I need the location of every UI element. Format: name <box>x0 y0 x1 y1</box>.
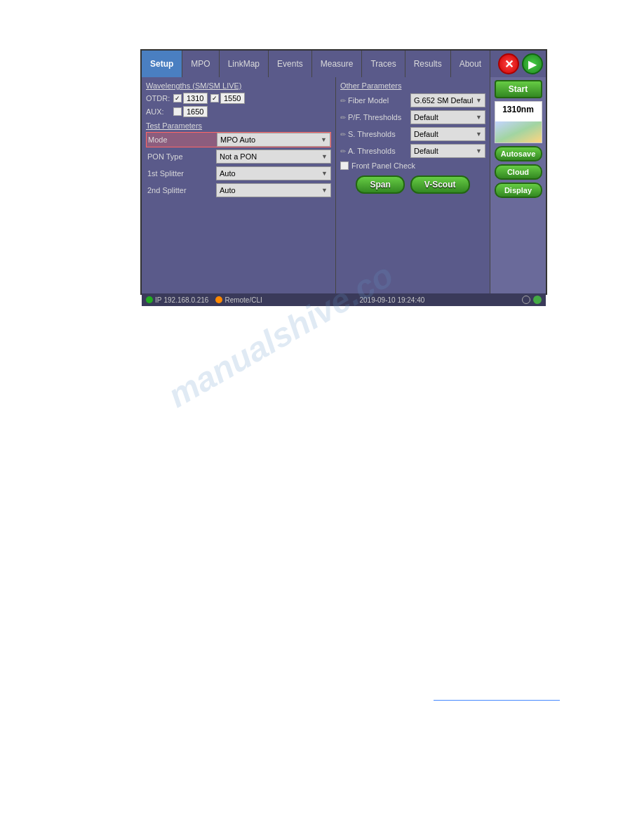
pf-thresholds-value[interactable]: Default ▼ <box>410 110 485 124</box>
ip-value: 192.168.0.216 <box>163 296 208 304</box>
wavelength-gradient <box>495 121 542 143</box>
wl1650-checkbox[interactable] <box>173 107 182 116</box>
far-right-panel: Start 1310nm Autosave Cloud Display <box>490 77 546 293</box>
wl1650-checkbox-item: 1650 <box>173 106 208 117</box>
test-params-title: Test Parameters <box>146 121 331 130</box>
globe-icon <box>522 296 530 304</box>
fiber-model-value[interactable]: G.652 SM Defaul ▼ <box>410 93 485 107</box>
wl1310-checkbox[interactable] <box>173 94 182 102</box>
splitter2-dropdown-icon: ▼ <box>321 187 328 194</box>
remote-status-icon <box>215 296 222 303</box>
a-thresholds-row: ✏ A. Thresholds Default ▼ <box>340 143 485 159</box>
status-bar: IP 192.168.0.216 Remote/CLI 2019-09-10 1… <box>142 293 546 306</box>
forward-button[interactable]: ▶ <box>522 53 543 74</box>
aux-label: AUX: <box>146 107 170 116</box>
nav-item-results[interactable]: Results <box>405 51 451 77</box>
display-button[interactable]: Display <box>495 183 542 198</box>
wl1550-value: 1550 <box>220 93 245 104</box>
aux-row: AUX: 1650 <box>146 106 331 117</box>
pf-thresholds-dropdown-icon: ▼ <box>476 114 482 121</box>
splitter2-label: 2nd Splitter <box>146 186 216 194</box>
timestamp: 2019-09-10 19:24:40 <box>359 296 424 304</box>
ip-status-icon <box>146 296 153 303</box>
wl1650-value: 1650 <box>183 106 208 117</box>
a-thresholds-pencil-icon: ✏ <box>340 147 346 155</box>
remote-label: Remote/CLI <box>224 296 262 304</box>
wl1310-value: 1310 <box>183 93 208 104</box>
mode-value[interactable]: MPO Auto ▼ <box>217 133 330 147</box>
splitter2-value[interactable]: Auto ▼ <box>216 183 331 197</box>
fiber-model-dropdown-icon: ▼ <box>476 97 482 104</box>
pon-type-row: PON Type Not a PON ▼ <box>146 149 331 164</box>
ip-label: IP <box>155 296 161 304</box>
autosave-button[interactable]: Autosave <box>495 146 542 161</box>
ip-status-item: IP 192.168.0.216 <box>146 296 208 304</box>
wavelength-display: 1310nm <box>495 101 542 143</box>
splitter1-row: 1st Splitter Auto ▼ <box>146 166 331 181</box>
fiber-model-pencil-icon: ✏ <box>340 97 346 105</box>
a-thresholds-value[interactable]: Default ▼ <box>410 144 485 158</box>
blue-link <box>434 700 560 701</box>
s-thresholds-pencil-icon: ✏ <box>340 131 346 138</box>
close-button[interactable]: ✕ <box>498 53 519 74</box>
nav-item-mpo[interactable]: MPO <box>182 51 219 77</box>
pon-type-label: PON Type <box>146 152 216 161</box>
mode-label: Mode <box>147 135 217 144</box>
nav-item-events[interactable]: Events <box>269 51 312 77</box>
pf-thresholds-row: ✏ P/F. Thresholds Default ▼ <box>340 110 485 125</box>
front-panel-label: Front Panel Check <box>351 161 415 170</box>
fiber-model-row: ✏ Fiber Model G.652 SM Defaul ▼ <box>340 93 485 108</box>
main-content: Wavelengths (SM/SM LIVE) OTDR: 1310 1550 <box>142 77 546 293</box>
nav-bar: Setup MPO LinkMap Events Measure Traces … <box>142 51 546 77</box>
pon-type-value[interactable]: Not a PON ▼ <box>216 150 331 164</box>
a-thresholds-label: ✏ A. Thresholds <box>340 147 410 155</box>
nav-item-linkmap[interactable]: LinkMap <box>220 51 269 77</box>
right-panel: Other Parameters ✏ Fiber Model G.652 SM … <box>335 77 490 293</box>
s-thresholds-row: ✏ S. Thresholds Default ▼ <box>340 126 485 142</box>
fiber-model-label: ✏ Fiber Model <box>340 96 410 105</box>
otdr-label: OTDR: <box>146 94 170 102</box>
otdr-row: OTDR: 1310 1550 <box>146 93 331 104</box>
wavelengths-title: Wavelengths (SM/SM LIVE) <box>146 81 331 90</box>
wl1550-checkbox[interactable] <box>210 94 219 102</box>
nav-right-buttons: ✕ ▶ <box>495 51 546 77</box>
s-thresholds-dropdown-icon: ▼ <box>476 131 482 138</box>
nav-item-about[interactable]: About <box>451 51 490 77</box>
vscout-button[interactable]: V-Scout <box>410 176 470 194</box>
bottom-buttons: Span V-Scout <box>340 176 485 194</box>
splitter1-value[interactable]: Auto ▼ <box>216 166 331 180</box>
mode-dropdown-icon: ▼ <box>321 136 327 143</box>
nav-item-setup[interactable]: Setup <box>142 51 182 77</box>
status-right <box>522 296 542 304</box>
mode-row: Mode MPO Auto ▼ <box>146 132 331 147</box>
wl1310-checkbox-item: 1310 <box>173 93 208 104</box>
remote-status-item: Remote/CLI <box>215 296 262 304</box>
splitter1-label: 1st Splitter <box>146 169 216 178</box>
splitter1-dropdown-icon: ▼ <box>321 170 328 177</box>
nav-item-traces[interactable]: Traces <box>362 51 405 77</box>
pf-thresholds-label: ✏ P/F. Thresholds <box>340 113 410 121</box>
span-button[interactable]: Span <box>356 176 404 194</box>
pon-type-dropdown-icon: ▼ <box>321 153 328 160</box>
cloud-button[interactable]: Cloud <box>495 164 542 180</box>
status-green-dot <box>533 296 542 304</box>
splitter2-row: 2nd Splitter Auto ▼ <box>146 183 331 198</box>
s-thresholds-value[interactable]: Default ▼ <box>410 127 485 141</box>
wavelength-value: 1310nm <box>502 105 534 114</box>
wl1550-checkbox-item: 1550 <box>210 93 245 104</box>
a-thresholds-dropdown-icon: ▼ <box>476 147 482 154</box>
nav-item-measure[interactable]: Measure <box>312 51 363 77</box>
pf-thresholds-pencil-icon: ✏ <box>340 114 346 121</box>
s-thresholds-label: ✏ S. Thresholds <box>340 130 410 138</box>
start-button[interactable]: Start <box>495 80 542 98</box>
left-panel: Wavelengths (SM/SM LIVE) OTDR: 1310 1550 <box>142 77 335 293</box>
other-params-title: Other Parameters <box>340 81 485 90</box>
device-frame: Setup MPO LinkMap Events Measure Traces … <box>140 49 547 295</box>
front-panel-row: Front Panel Check <box>340 161 485 170</box>
front-panel-checkbox[interactable] <box>340 161 349 170</box>
